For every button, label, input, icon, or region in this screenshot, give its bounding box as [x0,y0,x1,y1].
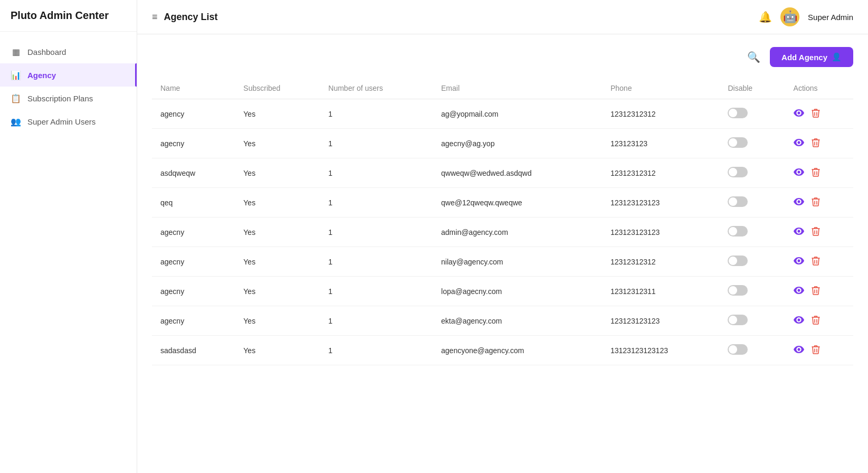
header-left: ≡ Agency List [152,12,218,23]
menu-icon[interactable]: ≡ [152,12,158,23]
sidebar-item-dashboard[interactable]: ▦ Dashboard [0,40,137,63]
disable-toggle[interactable] [728,167,748,177]
cell-disable[interactable] [719,129,785,158]
cell-users: 1 [320,129,433,158]
action-cell [794,345,845,356]
action-cell [794,167,845,179]
delete-icon[interactable] [812,197,820,209]
cell-phone: 123123123123 [602,188,719,217]
agency-table: Name Subscribed Number of users Email Ph… [152,78,853,365]
cell-disable[interactable] [719,277,785,306]
cell-name: agecny [152,129,235,158]
view-icon[interactable] [794,345,804,356]
table-row: agency Yes 1 ag@yopmail.com 12312312312 [152,99,853,129]
cell-phone: 12312312312 [602,247,719,277]
agency-icon: 📊 [11,70,21,80]
cell-users: 1 [320,277,433,306]
cell-disable[interactable] [719,306,785,336]
cell-actions [785,247,853,277]
delete-icon[interactable] [812,167,820,179]
sidebar-item-agency[interactable]: 📊 Agency [0,63,137,87]
cell-email: ekta@agency.com [433,306,602,336]
app-logo: Pluto Admin Center [0,0,137,32]
table-row: sadasdasd Yes 1 agencyone@agency.com 131… [152,336,853,365]
agency-table-wrapper: Name Subscribed Number of users Email Ph… [152,78,853,365]
cell-subscribed: Yes [235,129,320,158]
sidebar-item-label-agency: Agency [27,71,56,80]
page-header: ≡ Agency List 🔔 🤖 Super Admin [137,0,868,34]
disable-toggle[interactable] [728,196,748,207]
cell-subscribed: Yes [235,306,320,336]
cell-phone: 12312312312 [602,99,719,129]
sidebar-nav: ▦ Dashboard 📊 Agency 📋 Subscription Plan… [0,32,137,141]
table-row: agecny Yes 1 nilay@agency.com 1231231231… [152,247,853,277]
cell-name: sadasdasd [152,336,235,365]
cell-name: agecny [152,306,235,336]
cell-actions [785,99,853,129]
delete-icon[interactable] [812,315,820,327]
disable-toggle[interactable] [728,137,748,148]
view-icon[interactable] [794,315,804,326]
cell-name: qeq [152,188,235,217]
view-icon[interactable] [794,167,804,178]
cell-disable[interactable] [719,217,785,247]
sidebar: Pluto Admin Center ▦ Dashboard 📊 Agency … [0,0,137,473]
view-icon[interactable] [794,108,804,119]
cell-email: qwweqw@wedwed.asdqwd [433,158,602,188]
action-cell [794,286,845,297]
table-row: agecny Yes 1 admin@agency.com 1231231231… [152,217,853,247]
cell-disable[interactable] [719,336,785,365]
cell-users: 1 [320,188,433,217]
cell-name: agecny [152,277,235,306]
delete-icon[interactable] [812,108,820,120]
add-agency-button[interactable]: Add Agency 👤 [770,47,853,67]
view-icon[interactable] [794,138,804,149]
notification-bell-icon[interactable]: 🔔 [759,11,772,23]
col-name: Name [152,78,235,99]
search-button[interactable]: 🔍 [744,48,764,67]
view-icon[interactable] [794,226,804,238]
cell-phone: 12312312312 [602,158,719,188]
cell-subscribed: Yes [235,188,320,217]
cell-users: 1 [320,336,433,365]
delete-icon[interactable] [812,345,820,356]
cell-email: lopa@agecny.com [433,277,602,306]
view-icon[interactable] [794,256,804,267]
search-icon: 🔍 [747,51,760,63]
disable-toggle[interactable] [728,344,748,355]
cell-actions [785,129,853,158]
disable-toggle[interactable] [728,108,748,118]
disable-toggle[interactable] [728,315,748,325]
action-cell [794,226,845,238]
cell-subscribed: Yes [235,217,320,247]
delete-icon[interactable] [812,256,820,268]
cell-disable[interactable] [719,247,785,277]
cell-email: agecny@ag.yop [433,129,602,158]
cell-subscribed: Yes [235,99,320,129]
view-icon[interactable] [794,197,804,208]
delete-icon[interactable] [812,138,820,149]
add-agency-label: Add Agency [781,53,827,62]
cell-disable[interactable] [719,99,785,129]
subscription-icon: 📋 [11,93,21,103]
cell-disable[interactable] [719,188,785,217]
disable-toggle[interactable] [728,256,748,266]
col-actions: Actions [785,78,853,99]
table-header-row: Name Subscribed Number of users Email Ph… [152,78,853,99]
view-icon[interactable] [794,286,804,297]
delete-icon[interactable] [812,286,820,297]
cell-users: 1 [320,306,433,336]
disable-toggle[interactable] [728,226,748,236]
action-cell [794,108,845,120]
sidebar-item-superadmin[interactable]: 👥 Super Admin Users [0,110,137,133]
cell-actions [785,188,853,217]
table-row: qeq Yes 1 qwe@12qweqw.qweqwe 12312312312… [152,188,853,217]
col-subscribed: Subscribed [235,78,320,99]
header-right: 🔔 🤖 Super Admin [759,7,853,26]
disable-toggle[interactable] [728,285,748,296]
sidebar-item-label-dashboard: Dashboard [27,48,66,56]
sidebar-item-subscription[interactable]: 📋 Subscription Plans [0,87,137,110]
col-email: Email [433,78,602,99]
cell-disable[interactable] [719,158,785,188]
delete-icon[interactable] [812,226,820,238]
